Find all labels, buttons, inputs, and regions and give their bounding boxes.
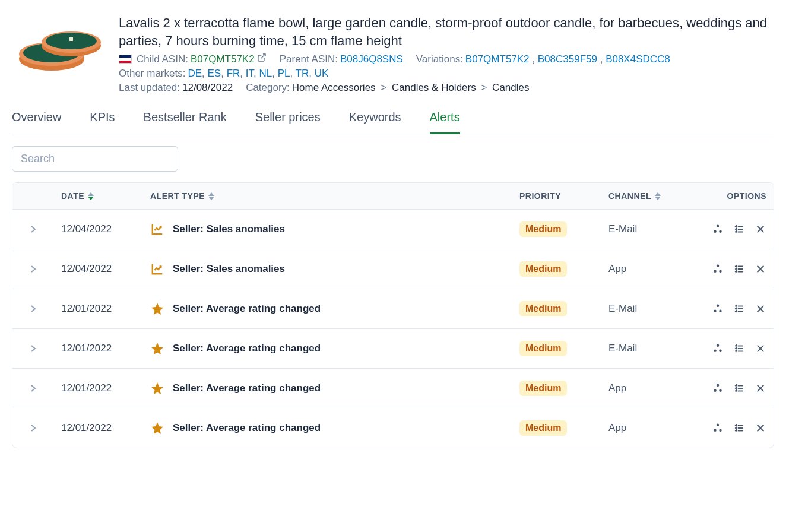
star-icon <box>150 381 164 395</box>
tab-kpis[interactable]: KPIs <box>90 107 115 134</box>
cell-date: 12/01/2022 <box>54 422 143 434</box>
close-icon[interactable] <box>755 263 766 275</box>
svg-point-22 <box>717 265 720 268</box>
sort-icon[interactable] <box>88 192 94 200</box>
market-link[interactable]: DE <box>188 68 202 79</box>
cell-options <box>696 263 774 275</box>
svg-marker-8 <box>88 192 94 196</box>
external-link-icon[interactable] <box>257 53 267 65</box>
table-row: 12/01/2022Seller: Average rating changed… <box>12 329 774 369</box>
list-check-icon[interactable] <box>733 263 745 275</box>
market-link[interactable]: IT <box>246 68 253 79</box>
market-link[interactable]: FR <box>227 68 240 79</box>
expand-row-button[interactable] <box>12 344 54 353</box>
hierarchy-icon[interactable] <box>712 263 724 275</box>
close-icon[interactable] <box>755 343 766 354</box>
tab-keywords[interactable]: Keywords <box>349 107 401 134</box>
col-channel[interactable]: CHANNEL <box>608 191 651 201</box>
expand-row-button[interactable] <box>12 225 54 233</box>
sort-icon[interactable] <box>208 192 214 200</box>
expand-row-button[interactable] <box>12 305 54 313</box>
market-link[interactable]: NL <box>259 68 272 79</box>
star-icon <box>150 341 164 356</box>
svg-point-38 <box>717 344 720 347</box>
list-check-icon[interactable] <box>733 382 745 394</box>
cell-channel: E-Mail <box>601 303 696 315</box>
col-alert-type[interactable]: ALERT TYPE <box>150 191 205 201</box>
list-check-icon[interactable] <box>733 303 745 315</box>
star-icon <box>150 302 164 316</box>
product-image <box>12 14 107 86</box>
cell-alert-type: Seller: Average rating changed <box>143 341 512 356</box>
market-link[interactable]: UK <box>315 68 329 79</box>
tab-overview[interactable]: Overview <box>12 107 61 134</box>
tab-seller-prices[interactable]: Seller prices <box>255 107 321 134</box>
close-icon[interactable] <box>755 382 766 394</box>
cell-date: 12/01/2022 <box>54 303 143 315</box>
cell-channel: App <box>601 263 696 275</box>
hierarchy-icon[interactable] <box>712 303 724 315</box>
cell-date: 12/04/2022 <box>54 223 143 235</box>
hierarchy-icon[interactable] <box>712 422 724 434</box>
expand-row-button[interactable] <box>12 265 54 273</box>
svg-point-32 <box>719 310 722 313</box>
list-check-icon[interactable] <box>733 422 745 434</box>
category-link[interactable]: Candles <box>492 82 529 93</box>
svg-point-40 <box>719 350 722 353</box>
market-link[interactable]: PL <box>278 68 290 79</box>
hierarchy-icon[interactable] <box>712 223 724 235</box>
variations-list: B07QMT57K2 , B08C359F59 , B08X4SDCC8 <box>465 53 670 65</box>
variation-link[interactable]: B08C359F59 <box>538 53 597 65</box>
svg-rect-6 <box>69 37 73 41</box>
child-asin-label: Child ASIN: <box>137 53 188 65</box>
cell-date: 12/01/2022 <box>54 382 143 394</box>
parent-asin-link[interactable]: B08J6Q8SNS <box>340 53 403 65</box>
hierarchy-icon[interactable] <box>712 382 724 394</box>
svg-point-48 <box>719 390 722 392</box>
list-check-icon[interactable] <box>733 343 745 354</box>
child-asin-link[interactable]: B07QMT57K2 <box>191 53 255 65</box>
svg-marker-12 <box>655 192 661 196</box>
priority-badge: Medium <box>519 381 567 396</box>
variation-link[interactable]: B08X4SDCC8 <box>606 53 670 65</box>
tab-bestseller-rank[interactable]: Bestseller Rank <box>144 107 227 134</box>
market-link[interactable]: TR <box>296 68 309 79</box>
search-input[interactable] <box>12 146 178 172</box>
svg-point-31 <box>714 310 717 313</box>
cell-priority: Medium <box>512 301 601 316</box>
svg-point-47 <box>714 390 717 392</box>
tab-bar: OverviewKPIsBestseller RankSeller prices… <box>12 107 774 134</box>
cell-channel: E-Mail <box>601 223 696 235</box>
cell-options <box>696 343 774 354</box>
variation-link[interactable]: B07QMT57K2 <box>465 53 530 65</box>
cell-priority: Medium <box>512 381 601 396</box>
sort-icon[interactable] <box>655 192 661 200</box>
expand-row-button[interactable] <box>12 384 54 392</box>
close-icon[interactable] <box>755 223 766 235</box>
cell-channel: App <box>601 382 696 394</box>
product-header: Lavalis 2 x terracotta flame bowl, large… <box>12 14 774 96</box>
close-icon[interactable] <box>755 303 766 315</box>
tab-alerts[interactable]: Alerts <box>430 107 460 134</box>
star-icon <box>150 421 164 435</box>
col-date[interactable]: DATE <box>61 191 84 201</box>
col-options: OPTIONS <box>727 191 766 201</box>
expand-row-button[interactable] <box>12 424 54 432</box>
category-link[interactable]: Candles & Holders <box>392 82 476 93</box>
svg-point-56 <box>719 429 722 432</box>
hierarchy-icon[interactable] <box>712 343 724 354</box>
alerts-table: DATE ALERT TYPE PRIORITY CHANNEL OPTIONS… <box>12 182 774 448</box>
breadcrumb: Home Accessories > Candles & Holders > C… <box>292 82 530 94</box>
cell-alert-type: Seller: Sales anomalies <box>143 262 512 276</box>
cell-date: 12/01/2022 <box>54 343 143 354</box>
col-priority[interactable]: PRIORITY <box>519 191 561 201</box>
close-icon[interactable] <box>755 422 766 434</box>
category-link[interactable]: Home Accessories <box>292 82 376 93</box>
table-row: 12/01/2022Seller: Average rating changed… <box>12 289 774 329</box>
market-link[interactable]: ES <box>208 68 221 79</box>
list-check-icon[interactable] <box>733 223 745 235</box>
priority-badge: Medium <box>519 261 567 277</box>
cell-options <box>696 303 774 315</box>
cell-priority: Medium <box>512 420 601 436</box>
cell-options <box>696 223 774 235</box>
